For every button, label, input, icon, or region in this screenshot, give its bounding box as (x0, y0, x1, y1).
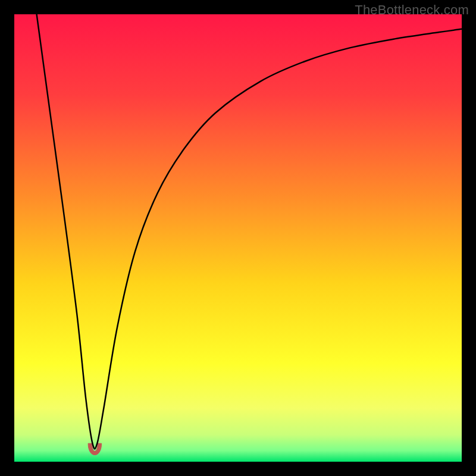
chart-frame: TheBottleneck.com (0, 0, 476, 476)
bottleneck-curve (37, 14, 462, 449)
plot-area (14, 14, 462, 462)
curve-layer (14, 14, 462, 462)
